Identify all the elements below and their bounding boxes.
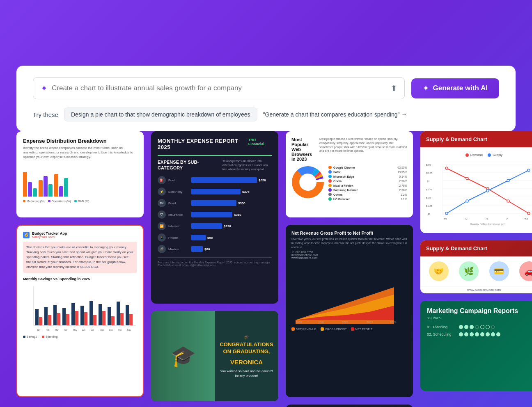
upload-icon[interactable]: ⬆ (391, 84, 397, 93)
firefox-name: Mozilla Firefox (333, 184, 397, 187)
net-legend-net: NET PROFIT (351, 327, 372, 331)
browsers-title: Most Popular Web Browsers in 2023 (291, 137, 315, 162)
nexxon-icons: 🤝 🌿 💳 🚗 (420, 256, 532, 286)
budget-legend: Savings Spending (23, 335, 137, 338)
planning-label: 01. Planning (427, 325, 456, 329)
legend-label-marketing: Marketing (%) (27, 200, 45, 203)
firefox-dot (328, 184, 332, 187)
internet-value: $230 (224, 224, 231, 228)
sdot3 (470, 332, 474, 336)
food-bar (191, 200, 236, 206)
svg-rect-11 (75, 311, 78, 325)
grad-photo: 🎓 (151, 311, 215, 401)
fuel-icon: ⛽ (158, 176, 166, 184)
svg-text:Quantity (Million barrels per : Quantity (Million barrels per day) (470, 223, 506, 225)
sd-dot-demand (466, 153, 469, 157)
svg-text:74: 74 (506, 217, 509, 220)
fuel-bar (191, 177, 257, 183)
budget-tracker-card[interactable]: 💰 Budget Tracker App Money Well Spent Th… (16, 225, 144, 397)
monthly-report-title: MONTHLY EXPENSE REPORT 2025 (158, 138, 248, 150)
svg-point-59 (466, 177, 468, 180)
internet-bar (191, 223, 222, 229)
expense-distribution-card[interactable]: Expense Distribution Breakdown Identify … (16, 131, 144, 217)
expense-row-movies: 🎬 Movies $80 (158, 245, 272, 253)
try-chip-2[interactable]: "Generate a chart that compares educatio… (263, 111, 407, 118)
edge-pct: 5.14% (399, 175, 407, 178)
chrome-dot (328, 166, 332, 169)
search-input[interactable] (52, 84, 387, 92)
expense-sub-title: EXPENSE BY SUB-CATEGORY (158, 159, 222, 171)
svg-text:Aug: Aug (100, 329, 104, 331)
svg-rect-12 (80, 306, 84, 325)
svg-rect-13 (84, 312, 87, 325)
sdot4 (475, 332, 479, 336)
charts-grid: Expense Distribution Breakdown Identify … (0, 131, 532, 407)
pdot6 (486, 325, 490, 329)
supply-demand-card[interactable]: Supply & Demand Chart Demand Supply (420, 131, 532, 233)
movies-label: Movies (168, 247, 189, 251)
legend-label-spending: Spending (46, 335, 58, 338)
chrome-pct: 63.55% (397, 166, 407, 169)
phone-bar (191, 235, 206, 240)
budget-header: 💰 Budget Tracker App Money Well Spent (23, 231, 137, 238)
browser-uc: UC Browser 1.1% (328, 197, 407, 201)
browsers-card[interactable]: Most Popular Web Browsers in 2023 Most p… (286, 131, 413, 217)
svg-text:Jun: Jun (82, 329, 85, 331)
monthly-expense-card[interactable]: MONTHLY EXPENSE REPORT 2025 TBD Financia… (151, 131, 278, 304)
supply-demand-chart-area: Demand Supply (420, 147, 532, 233)
website-ux-card[interactable]: WEBSITE USER EXPERIENCE Survey Result Go… (286, 405, 413, 407)
try-chip-1[interactable]: Design a pie chart to that show demograp… (64, 107, 257, 121)
expense-desc: Identify the areas where companies alloc… (23, 146, 137, 160)
legend-dot-rd (74, 200, 77, 202)
electricity-label: Electricity (168, 190, 189, 194)
budget-tagline: Money Well Spent (32, 236, 67, 238)
svg-rect-7 (57, 313, 60, 325)
svg-rect-14 (89, 301, 93, 325)
net-dot-revenue (291, 327, 295, 331)
generate-button[interactable]: ✦ Generate with AI (411, 78, 499, 98)
pdot2 (464, 325, 468, 329)
svg-rect-2 (35, 309, 39, 325)
grad-subtitle: You worked so hard and we couldn't be an… (220, 369, 273, 378)
sdot1 (459, 332, 463, 336)
expense-footer: For more information on the Monthly Expe… (158, 257, 272, 267)
marketing-campaign-card[interactable]: Marketing Campaign Reports Jan 2026 01. … (420, 301, 532, 391)
legend-spending: Spending (42, 335, 58, 338)
net-revenue-svg: 2020 2021 2022 2023 2024 (291, 263, 406, 324)
pdot3 (470, 325, 474, 329)
insurance-icon: 🛡 (158, 210, 166, 219)
legend-dot-ops (48, 200, 50, 202)
browser-others: Others 2.2% (328, 193, 407, 196)
net-label-gross: GROSS PROFIT (325, 328, 347, 331)
svg-text:73: 73 (485, 217, 488, 220)
svg-rect-18 (108, 307, 111, 325)
net-legend: NET REVENUE GROSS PROFIT NET PROFIT (291, 327, 407, 331)
net-contact: +1 000 000 0755 info@somehere.com www.so… (291, 251, 407, 259)
electricity-icon: ⚡ (158, 187, 166, 196)
col-1: Expense Distribution Breakdown Identify … (16, 131, 144, 407)
bar-rd-3 (64, 178, 68, 197)
try-these-label: Try these (33, 111, 58, 118)
movies-bar (191, 246, 203, 252)
svg-text:Jul: Jul (91, 329, 94, 331)
try-these-row: Try these Design a pie chart to that sho… (33, 107, 499, 121)
generate-label: Generate with AI (433, 84, 488, 92)
others-pct: 2.2% (401, 193, 407, 196)
others-name: Others (333, 193, 399, 196)
svg-rect-6 (53, 305, 57, 325)
svg-text:2020: 2020 (296, 321, 302, 324)
edge-name: Microsoft Edge (333, 175, 397, 178)
svg-point-63 (445, 212, 448, 215)
bar-ops-1 (28, 182, 32, 197)
scheduling-label: 02. Scheduling (427, 332, 456, 336)
bar-rd-1 (33, 188, 37, 197)
graduation-card[interactable]: 🎓 🎓 CONGRATULATIONS ON GRADUATING, VERON… (151, 311, 278, 401)
nexxon-card[interactable]: Supply & Demand Chart 🤝 🌿 💳 🚗 www.Nexxon… (420, 240, 532, 293)
pdot4 (475, 325, 479, 329)
svg-text:May: May (73, 329, 77, 331)
search-input-wrapper[interactable]: ✦ ⬆ (33, 77, 405, 99)
nexxon-icon-car: 🚗 (519, 261, 532, 281)
browsers-title-text: Most Popular Web Browsers in 2023 (291, 137, 315, 162)
net-revenue-card[interactable]: Net Revenue Gross Profit to Net Profit O… (286, 225, 413, 397)
pdot7 (491, 325, 495, 329)
